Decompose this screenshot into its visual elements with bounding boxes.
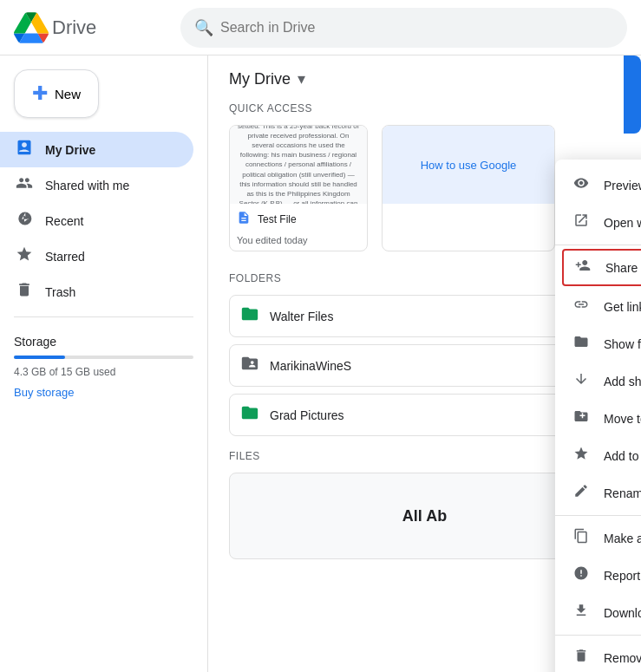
drive-logo-icon <box>14 12 49 43</box>
context-menu-add-to-starred[interactable]: Add to Starred <box>555 437 641 474</box>
show-file-location-label: Show file location <box>604 337 641 351</box>
test-file-name: Test File <box>258 213 297 225</box>
add-shortcut-icon <box>572 371 590 391</box>
file-preview-text: All Ab <box>402 507 447 525</box>
sidebar-item-shared-with-me[interactable]: Shared with me <box>0 167 193 203</box>
open-with-label: Open with <box>604 216 641 230</box>
context-menu: Preview Open with › Share Ge <box>555 160 641 672</box>
folder-grad-icon <box>240 403 259 427</box>
quick-access-label: Quick Access <box>229 102 620 114</box>
logo-area: Drive <box>14 12 170 43</box>
context-menu-make-copy[interactable]: Make a copy <box>555 519 641 557</box>
app-title: Drive <box>52 16 96 39</box>
folder-walter-files-name: Walter Files <box>270 310 333 323</box>
context-menu-show-file-location[interactable]: Show file location <box>555 325 641 362</box>
download-label: Download <box>604 606 641 620</box>
test-file-icon <box>237 211 251 228</box>
card2-thumb-text: How to use Google <box>421 159 517 172</box>
storage-section: Storage 4.3 GB of 15 GB used Buy storage <box>0 324 207 409</box>
folder-green-icon <box>240 304 259 328</box>
sidebar-item-starred[interactable]: Starred <box>0 238 193 274</box>
test-file-name-text: Test File <box>258 213 297 225</box>
storage-label: Storage <box>14 335 193 349</box>
quick-access-card-test-file[interactable]: Philistines: Pillars & Co., 1994 (2013).… <box>229 125 368 251</box>
context-menu-open-with[interactable]: Open with › <box>555 204 641 241</box>
context-menu-divider-2 <box>555 515 641 516</box>
context-menu-get-link[interactable]: Get link <box>555 288 641 325</box>
remove-icon <box>572 648 590 668</box>
folder-marikina-name: MarikinaWineS <box>270 359 351 373</box>
download-icon <box>572 603 590 623</box>
quick-access-card-info: Test File <box>230 204 367 235</box>
main-layout: ✚ New My Drive Shared with me Recent <box>0 55 641 672</box>
search-icon: 🔍 <box>194 18 213 37</box>
starred-icon <box>14 245 35 267</box>
folder-grad-pictures-name: Grad Pictures <box>270 408 344 422</box>
add-to-starred-icon <box>572 446 590 466</box>
storage-bar-background <box>14 356 193 359</box>
context-menu-share[interactable]: Share <box>562 249 641 286</box>
report-abuse-icon <box>572 565 590 585</box>
remove-label: Remove <box>604 651 641 665</box>
buy-storage-link[interactable]: Buy storage <box>14 386 74 399</box>
add-to-starred-label: Add to Starred <box>604 449 641 463</box>
context-menu-report-abuse[interactable]: Report abuse <box>555 557 641 594</box>
quick-access-thumb-text: Philistines: Pillars & Co., 1994 (2013).… <box>230 126 367 204</box>
sidebar-item-starred-label: Starred <box>45 250 85 264</box>
sidebar-item-recent[interactable]: Recent <box>0 203 193 238</box>
sidebar-item-trash-label: Trash <box>45 285 75 299</box>
context-menu-add-shortcut[interactable]: Add shortcut to Drive ? <box>555 362 641 400</box>
quick-access-card2-thumb: How to use Google <box>383 126 554 204</box>
shared-with-me-icon <box>14 174 35 196</box>
sidebar-item-my-drive[interactable]: My Drive <box>0 132 193 167</box>
make-copy-label: Make a copy <box>604 532 641 545</box>
my-drive-icon <box>14 139 35 160</box>
search-input[interactable] <box>220 20 613 36</box>
context-menu-remove[interactable]: Remove <box>555 639 641 672</box>
sidebar-item-shared-label: Shared with me <box>45 179 129 192</box>
sidebar-item-trash[interactable]: Trash <box>0 274 193 310</box>
rename-icon <box>572 483 590 503</box>
context-menu-move-to[interactable]: Move to <box>555 400 641 437</box>
storage-bar-fill <box>14 356 65 359</box>
new-button-label: New <box>55 87 81 101</box>
my-drive-dropdown-icon[interactable]: ▾ <box>298 69 305 88</box>
new-button-icon: ✚ <box>32 82 48 105</box>
show-file-location-icon <box>572 334 590 354</box>
test-file-meta: You edited today <box>230 235 367 251</box>
rename-label: Rename <box>604 486 641 500</box>
sidebar-divider <box>14 316 193 317</box>
sidebar-item-my-drive-label: My Drive <box>45 143 95 157</box>
main-content: My Drive ▾ Quick Access Philistines: Pil… <box>208 55 641 672</box>
recent-icon <box>14 210 35 232</box>
trash-icon <box>14 281 35 303</box>
topbar: Drive 🔍 <box>0 0 641 55</box>
make-copy-icon <box>572 528 590 548</box>
context-menu-divider-3 <box>555 635 641 636</box>
move-to-icon <box>572 408 590 428</box>
quick-access-card-google[interactable]: How to use Google <box>382 125 555 251</box>
context-menu-divider-1 <box>555 245 641 245</box>
share-label: Share <box>605 261 641 275</box>
quick-access-card-thumb: Philistines: Pillars & Co., 1994 (2013).… <box>230 126 367 204</box>
move-to-label: Move to <box>604 412 641 426</box>
folder-shared-icon <box>240 354 259 377</box>
storage-used-text: 4.3 GB of 15 GB used <box>14 366 193 378</box>
page-title: My Drive <box>229 70 291 88</box>
get-link-icon <box>572 297 590 316</box>
context-menu-rename[interactable]: Rename <box>555 474 641 512</box>
share-icon <box>574 258 592 277</box>
search-bar[interactable]: 🔍 <box>180 8 627 48</box>
report-abuse-label: Report abuse <box>604 569 641 583</box>
context-menu-download[interactable]: Download <box>555 594 641 631</box>
new-button[interactable]: ✚ New <box>14 69 99 118</box>
add-shortcut-label: Add shortcut to Drive <box>604 375 641 388</box>
main-header: My Drive ▾ <box>229 69 620 88</box>
context-menu-preview[interactable]: Preview <box>555 166 641 204</box>
open-with-icon <box>572 212 590 232</box>
get-link-label: Get link <box>604 300 641 314</box>
sidebar-item-recent-label: Recent <box>45 214 83 228</box>
preview-icon <box>572 175 590 195</box>
sidebar: ✚ New My Drive Shared with me Recent <box>0 55 208 672</box>
preview-label: Preview <box>604 179 641 192</box>
